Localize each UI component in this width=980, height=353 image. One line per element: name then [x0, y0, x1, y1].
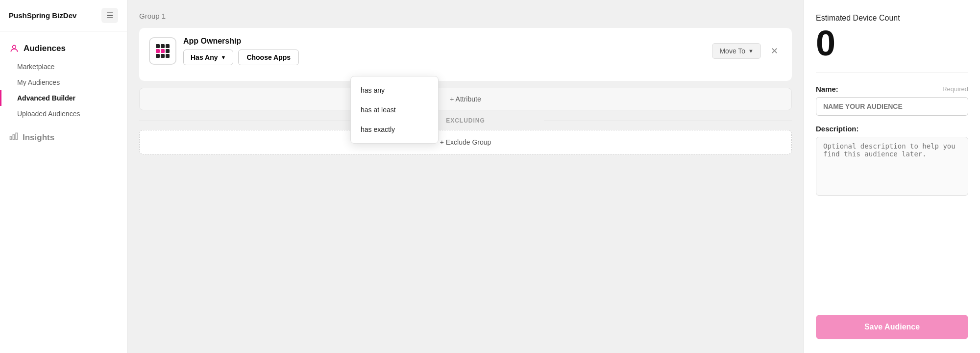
move-to-button[interactable]: Move To ▼ [712, 43, 761, 59]
svg-rect-5 [161, 44, 165, 48]
move-to-label: Move To [719, 47, 745, 55]
app-ownership-icon [149, 37, 176, 65]
chevron-down-icon-move: ▼ [748, 48, 754, 54]
menu-button[interactable]: ☰ [101, 8, 118, 23]
save-audience-button[interactable]: Save Audience [816, 315, 968, 339]
name-label: Name: [816, 85, 838, 93]
required-label: Required [942, 85, 968, 93]
name-section: Name: Required [816, 85, 968, 116]
audiences-label: Audiences [24, 44, 66, 53]
sidebar-header: PushSpring BizDev ☰ [0, 0, 127, 31]
dropdown-item-has-any[interactable]: has any [351, 80, 438, 100]
sidebar-item-my-audiences[interactable]: My Audiences [0, 75, 127, 90]
excluding-section: EXCLUDING + Exclude Group [139, 117, 792, 154]
insights-icon [9, 131, 19, 144]
card-controls: Has Any ▼ Choose Apps [183, 50, 299, 65]
sidebar-item-uploaded-audiences[interactable]: Uploaded Audiences [0, 106, 127, 122]
svg-rect-11 [161, 54, 165, 58]
description-section: Description: [816, 125, 968, 198]
card-header: App Ownership Has Any ▼ Choose Apps Move… [149, 37, 782, 65]
audiences-section: Audiences Marketplace My Audiences Advan… [0, 31, 127, 126]
svg-rect-2 [13, 135, 14, 140]
has-any-button[interactable]: Has Any ▼ [183, 50, 233, 65]
svg-rect-7 [156, 49, 160, 53]
sidebar-item-advanced-builder[interactable]: Advanced Builder [0, 90, 127, 106]
card-header-left: App Ownership Has Any ▼ Choose Apps [149, 37, 299, 65]
description-textarea[interactable] [816, 137, 968, 196]
card-title: App Ownership [183, 37, 299, 46]
svg-rect-12 [166, 54, 170, 58]
card-header-right: Move To ▼ ✕ [712, 43, 782, 59]
right-panel: Estimated Device Count 0 Name: Required … [804, 0, 980, 353]
svg-rect-3 [16, 133, 17, 139]
insights-section[interactable]: Insights [0, 126, 127, 150]
estimated-count-section: Estimated Device Count 0 [816, 14, 968, 73]
insights-label: Insights [23, 133, 54, 143]
close-button[interactable]: ✕ [767, 44, 782, 58]
add-attribute-button[interactable]: + Attribute [139, 88, 792, 110]
sidebar: PushSpring BizDev ☰ Audiences Marketplac… [0, 0, 127, 353]
audiences-icon [9, 43, 20, 54]
excluding-label: EXCLUDING [139, 117, 792, 124]
svg-rect-4 [156, 44, 160, 48]
description-label: Description: [816, 125, 968, 133]
main-area: Group 1 [127, 0, 804, 353]
dropdown-item-has-at-least[interactable]: has at least [351, 100, 438, 120]
audiences-section-title: Audiences [0, 40, 127, 59]
svg-rect-9 [166, 49, 170, 53]
dropdown-item-has-exactly[interactable]: has exactly [351, 120, 438, 139]
svg-rect-10 [156, 54, 160, 58]
exclude-group-button[interactable]: + Exclude Group [139, 130, 792, 154]
app-ownership-card: App Ownership Has Any ▼ Choose Apps Move… [139, 28, 792, 81]
svg-rect-6 [166, 44, 170, 48]
name-label-row: Name: Required [816, 85, 968, 93]
svg-point-0 [13, 45, 16, 49]
audience-name-input[interactable] [816, 97, 968, 116]
card-title-section: App Ownership Has Any ▼ Choose Apps [183, 37, 299, 65]
estimated-count-value: 0 [816, 25, 968, 61]
dropdown-menu: has any has at least has exactly [350, 76, 439, 144]
chevron-down-icon: ▼ [221, 54, 226, 60]
svg-rect-1 [10, 136, 12, 140]
estimated-count-label: Estimated Device Count [816, 14, 968, 23]
main-content: Group 1 [127, 0, 804, 353]
sidebar-item-marketplace[interactable]: Marketplace [0, 59, 127, 75]
has-any-label: Has Any [191, 53, 218, 61]
svg-rect-8 [161, 49, 165, 53]
app-name: PushSpring BizDev [9, 11, 76, 20]
choose-apps-button[interactable]: Choose Apps [238, 50, 299, 65]
group-title: Group 1 [139, 12, 792, 20]
